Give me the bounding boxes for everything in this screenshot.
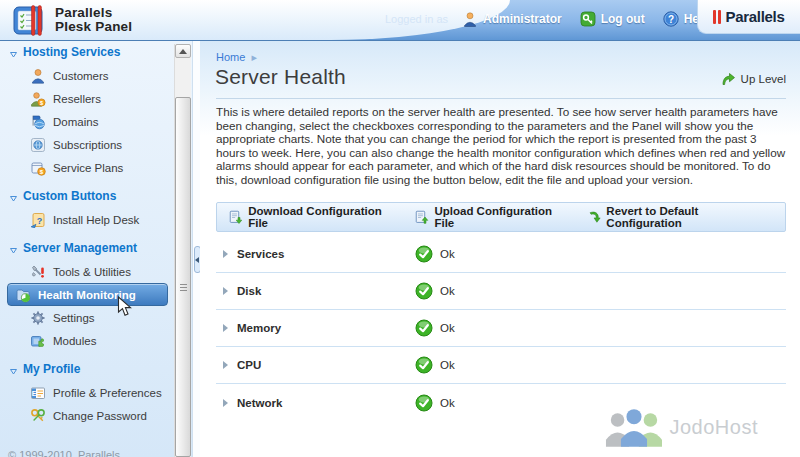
up-level-button[interactable]: Up Level <box>720 71 786 87</box>
sidebar-item-subscriptions[interactable]: Subscriptions <box>0 133 174 156</box>
sidebar-item-label: Customers <box>53 70 109 82</box>
health-row-disk[interactable]: Disk Ok <box>216 273 786 310</box>
health-row-label: Memory <box>237 322 415 334</box>
upload-configuration-button[interactable]: Upload Configuration File <box>414 205 560 229</box>
breadcrumb-home-link[interactable]: Home <box>216 51 245 63</box>
ok-check-icon <box>415 319 433 337</box>
subscriptions-icon <box>30 137 46 153</box>
user-name: Administrator <box>483 12 562 26</box>
collapse-arrow-icon <box>9 365 18 374</box>
status-badge: Ok <box>415 394 455 412</box>
sidebar-section-hosting-services[interactable]: Hosting Services <box>0 41 174 64</box>
file-upload-icon <box>414 209 429 226</box>
sidebar-item-settings[interactable]: Settings <box>0 306 174 329</box>
status-text: Ok <box>440 285 455 297</box>
logout-label: Log out <box>601 12 645 26</box>
scroll-up-arrow-icon <box>179 49 187 54</box>
sidebar: Hosting Services Customers $ Resellers D… <box>0 41 200 457</box>
section-label: Custom Buttons <box>23 189 116 203</box>
health-row-label: CPU <box>237 359 415 371</box>
modules-icon <box>30 333 46 349</box>
title-divider <box>216 98 786 99</box>
svg-text:?: ? <box>37 215 43 225</box>
status-text: Ok <box>440 397 455 409</box>
sidebar-item-change-password[interactable]: Change Password <box>0 404 174 427</box>
expand-triangle-icon[interactable] <box>223 361 228 369</box>
plesk-panel-window: Parallels Plesk Panel Logged in as Admin… <box>0 0 800 457</box>
revert-arrow-icon <box>586 209 601 226</box>
sidebar-item-health-monitoring-selected[interactable]: Health Monitoring <box>7 283 168 306</box>
ok-check-icon <box>415 394 433 412</box>
logout-button[interactable]: Log out <box>580 11 645 27</box>
sidebar-item-service-plans[interactable]: $ Service Plans <box>0 156 174 179</box>
parallels-brand-name: Parallels <box>725 8 784 25</box>
health-row-services[interactable]: Services Ok <box>216 236 786 273</box>
help-desk-icon: ? <box>30 212 46 228</box>
keys-icon <box>30 408 46 424</box>
sidebar-item-install-help-desk[interactable]: ? Install Help Desk <box>0 208 174 231</box>
status-badge: Ok <box>415 245 455 263</box>
download-configuration-label: Download Configuration File <box>248 205 388 229</box>
health-row-memory[interactable]: Memory Ok <box>216 310 786 347</box>
collapse-arrow-icon <box>9 192 18 201</box>
scrollbar-thumb[interactable] <box>175 97 191 457</box>
sidebar-item-tools-utilities[interactable]: Tools & Utilities <box>0 260 174 283</box>
expand-triangle-icon[interactable] <box>223 287 228 295</box>
status-text: Ok <box>440 359 455 371</box>
sidebar-item-modules[interactable]: Modules <box>0 329 174 352</box>
up-level-arrow-icon <box>720 71 736 87</box>
sidebar-section-my-profile[interactable]: My Profile <box>0 352 174 381</box>
expand-triangle-icon[interactable] <box>223 399 228 407</box>
settings-gear-icon <box>30 310 46 326</box>
expand-triangle-icon[interactable] <box>223 250 228 258</box>
svg-text:E: E <box>32 389 37 396</box>
jodohost-text: JodoHost <box>670 416 759 439</box>
section-label: My Profile <box>23 362 80 376</box>
health-row-cpu[interactable]: CPU Ok <box>216 347 786 384</box>
sidebar-item-label: Change Password <box>53 410 147 422</box>
ok-check-icon <box>415 282 433 300</box>
tools-icon <box>30 264 46 280</box>
sidebar-section-server-management[interactable]: Server Management <box>0 231 174 260</box>
customers-icon <box>30 68 46 84</box>
main-content: Home ▸ Server Health Up Level This is wh… <box>200 41 800 457</box>
parallels-bars-icon <box>713 10 721 24</box>
download-configuration-button[interactable]: Download Configuration File <box>228 205 388 229</box>
sidebar-item-domains[interactable]: Domains <box>0 110 174 133</box>
status-badge: Ok <box>415 319 455 337</box>
profile-card-icon: E <box>30 385 46 401</box>
sidebar-item-label: Health Monitoring <box>38 289 136 301</box>
sidebar-item-customers[interactable]: Customers <box>0 64 174 87</box>
app-title: Parallels Plesk Panel <box>55 6 132 34</box>
sidebar-navigation: Hosting Services Customers $ Resellers D… <box>0 41 174 427</box>
sidebar-section-custom-buttons[interactable]: Custom Buttons <box>0 179 174 208</box>
collapse-arrow-icon <box>9 48 18 57</box>
status-badge: Ok <box>415 356 455 374</box>
parallels-brand-badge: Parallels <box>697 0 800 34</box>
sidebar-splitter[interactable] <box>192 41 200 457</box>
revert-configuration-label: Revert to Default Configuration <box>606 205 759 229</box>
sidebar-item-profile-preferences[interactable]: E Profile & Preferences <box>0 381 174 404</box>
status-badge: Ok <box>415 282 455 300</box>
sidebar-scrollbar[interactable] <box>174 44 191 457</box>
jodohost-watermark: JodoHost <box>605 407 759 447</box>
collapse-left-arrow-icon <box>195 257 199 263</box>
resellers-icon: $ <box>30 91 46 107</box>
scrollbar-up-button[interactable] <box>175 44 191 58</box>
section-label: Server Management <box>23 241 137 255</box>
page-description: This is where detailed reports on the se… <box>216 105 788 187</box>
copyright-text: © 1999-2010, Parallels <box>8 449 120 457</box>
sidebar-item-label: Domains <box>53 116 98 128</box>
sidebar-item-label: Resellers <box>53 93 101 105</box>
svg-text:$: $ <box>40 99 43 105</box>
jodohost-people-icon <box>605 407 663 447</box>
sidebar-item-label: Subscriptions <box>53 139 122 151</box>
sidebar-item-resellers[interactable]: $ Resellers <box>0 87 174 110</box>
page-title: Server Health <box>215 65 346 89</box>
expand-triangle-icon[interactable] <box>223 324 228 332</box>
breadcrumb-arrow-icon: ▸ <box>251 51 257 63</box>
health-row-label: Network <box>237 397 415 409</box>
current-user-link[interactable]: Administrator <box>462 11 562 27</box>
header-session-bar: Logged in as Administrator Log out ? Hel… <box>385 2 728 36</box>
revert-default-configuration-button[interactable]: Revert to Default Configuration <box>586 205 759 229</box>
